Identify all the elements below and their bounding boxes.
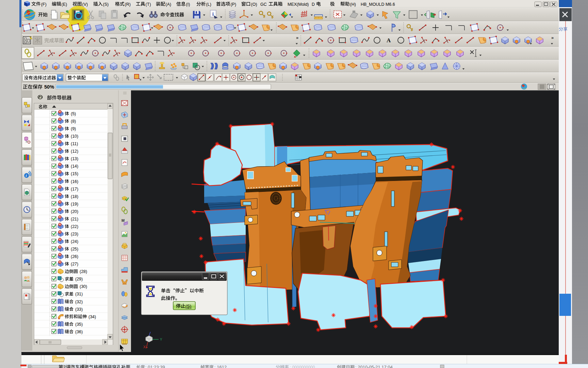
svg-text:(34): (34) — [88, 315, 96, 319]
svg-text:(S): (S) — [185, 304, 191, 309]
svg-text:(A): (A) — [166, 2, 172, 7]
svg-text:(14): (14) — [71, 164, 78, 169]
svg-text:(28): (28) — [80, 269, 87, 274]
svg-text:50%: 50% — [44, 84, 54, 90]
svg-text:GC: GC — [260, 2, 267, 7]
svg-text:: 01:23:39: : 01:23:39 — [145, 365, 165, 368]
svg-text:2: 2 — [63, 365, 66, 368]
svg-text:(15): (15) — [71, 171, 78, 176]
svg-text:(20): (20) — [71, 209, 78, 214]
svg-text:MEX(Mold): MEX(Mold) — [288, 2, 309, 7]
svg-text:»: » — [551, 35, 554, 40]
svg-text:(22): (22) — [71, 224, 78, 229]
svg-text:(F): (F) — [41, 2, 47, 7]
svg-text:»: » — [296, 35, 298, 40]
svg-text:(R): (R) — [125, 2, 131, 7]
svg-text:: 1612: : 1612 — [214, 365, 227, 368]
svg-text:(E): (E) — [62, 2, 67, 7]
svg-text:(8): (8) — [71, 119, 76, 124]
svg-text:(31): (31) — [75, 292, 83, 296]
svg-text:(L): (L) — [206, 2, 211, 7]
svg-text:(32): (32) — [75, 300, 83, 304]
svg-text:HB_MOULD M6.6: HB_MOULD M6.6 — [361, 2, 395, 7]
svg-text:(19): (19) — [71, 202, 78, 206]
svg-text:(11): (11) — [71, 141, 78, 146]
svg-text:(I): (I) — [186, 2, 190, 7]
svg-text:(O): (O) — [251, 2, 257, 7]
svg-text:(25): (25) — [71, 247, 78, 251]
svg-text:Y: Y — [160, 338, 162, 341]
svg-text:i: i — [212, 12, 214, 17]
svg-text:: 2010-05-21 17:04: : 2010-05-21 17:04 — [355, 365, 393, 368]
svg-text:(9): (9) — [71, 126, 76, 131]
svg-text:(35): (35) — [75, 322, 83, 327]
svg-text:M: M — [121, 218, 125, 223]
svg-text:(13): (13) — [71, 156, 78, 161]
svg-text:(16): (16) — [71, 179, 78, 184]
svg-text:(33): (33) — [75, 307, 83, 312]
svg-text:(T): (T) — [146, 2, 151, 7]
svg-text:(17): (17) — [71, 187, 78, 191]
svg-text:D: D — [312, 2, 315, 7]
svg-text:(30): (30) — [80, 284, 87, 289]
svg-text:(12): (12) — [71, 149, 78, 154]
svg-text:(21): (21) — [71, 217, 78, 221]
svg-text:X: X — [143, 345, 146, 349]
svg-text:(P): (P) — [230, 2, 236, 7]
svg-text:(24): (24) — [71, 239, 78, 244]
svg-text:(5): (5) — [71, 111, 76, 116]
svg-text:(H): (H) — [350, 2, 356, 7]
svg-text:(S): (S) — [103, 2, 109, 7]
svg-text:(V): (V) — [82, 2, 88, 7]
svg-text:(29): (29) — [75, 277, 83, 281]
svg-text:(27): (27) — [71, 262, 78, 266]
svg-text:A: A — [387, 37, 391, 44]
svg-text:(23): (23) — [71, 232, 78, 236]
svg-text:(26): (26) — [71, 254, 78, 259]
svg-text:: 0000000000: : 0000000000 — [290, 365, 315, 368]
svg-text:(18): (18) — [71, 194, 78, 199]
svg-text:(36): (36) — [75, 329, 83, 334]
svg-text:(10): (10) — [71, 134, 78, 139]
